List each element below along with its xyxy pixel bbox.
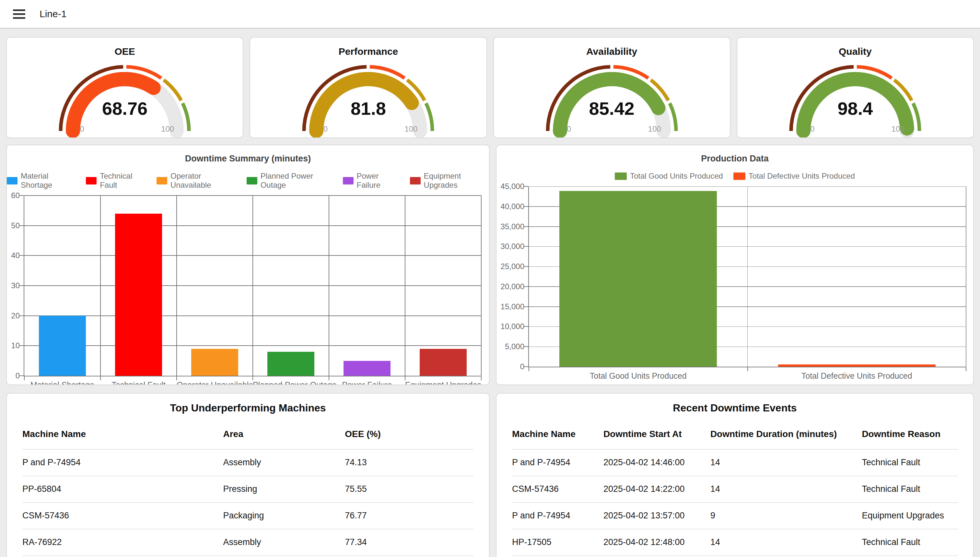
- y-axis-tick: [524, 346, 528, 347]
- y-axis-tick: [20, 195, 24, 196]
- gauge-arc-svg: [297, 60, 439, 133]
- y-axis-tick: [20, 375, 24, 376]
- x-axis-label: Total Good Units Produced: [529, 371, 748, 381]
- legend-item[interactable]: Technical Fault: [86, 171, 146, 190]
- legend-swatch: [615, 173, 627, 180]
- legend-item[interactable]: Total Good Units Produced: [615, 171, 723, 181]
- x-axis-label: Equipment Upgrades: [405, 380, 481, 385]
- grid-line-vertical: [481, 195, 481, 376]
- x-axis-label: Material Shortage: [24, 380, 101, 385]
- table-cell: Assembly: [223, 450, 345, 476]
- table-cell: HP-17505: [512, 529, 603, 556]
- table-cell: Packaging: [223, 503, 345, 529]
- legend-item[interactable]: Power Failure: [343, 171, 400, 190]
- gauge-max-label: 100: [885, 124, 911, 134]
- y-axis-label: 35,000: [501, 222, 524, 231]
- table-cell: 2025-04-02 14:46:00: [603, 450, 710, 476]
- x-axis-tick: [966, 367, 966, 371]
- column-header: Downtime Start At: [603, 418, 710, 450]
- page-title: Line-1: [39, 8, 67, 20]
- downtime-summary-plot-area: 0102030405060Material ShortageTechnical …: [24, 195, 481, 376]
- legend-item[interactable]: Total Defective Units Produced: [733, 171, 855, 181]
- chart-cards-row: Downtime Summary (minutes) Material Shor…: [6, 145, 974, 385]
- table-row: HP-175052025-04-02 12:48:0014Technical F…: [512, 529, 958, 556]
- y-axis-label: 0: [520, 363, 524, 371]
- grid-line-vertical: [252, 195, 253, 376]
- hamburger-menu-icon[interactable]: [13, 10, 25, 19]
- table-row: RA-76922Assembly77.34: [22, 529, 473, 556]
- bar-planned-power-outage[interactable]: [267, 352, 315, 376]
- legend-label: Technical Fault: [100, 171, 146, 190]
- table-cell: CSM-57436: [22, 503, 223, 529]
- y-axis-label: 0: [16, 371, 20, 380]
- bar-power-failure[interactable]: [343, 361, 391, 376]
- x-axis-label: Operator Unavailable: [177, 380, 253, 385]
- table-row: CSM-57436Packaging76.77: [22, 503, 473, 529]
- table-cell: P and P-74954: [512, 450, 603, 476]
- gauge-value: 98.4: [784, 98, 926, 119]
- legend-item[interactable]: Operator Unavailable: [156, 171, 236, 190]
- bar-technical-fault[interactable]: [115, 214, 163, 376]
- y-axis-label: 20,000: [501, 282, 524, 291]
- y-axis-tick: [20, 225, 24, 226]
- plot-wrap: 05,00010,00015,00020,00025,00030,00035,0…: [528, 186, 966, 367]
- bar-total-defective-units-produced[interactable]: [778, 365, 936, 367]
- bar-material-shortage[interactable]: [39, 316, 86, 376]
- y-axis-label: 45,000: [501, 182, 524, 191]
- y-axis-tick: [524, 266, 528, 267]
- downtime-events-table: Machine NameDowntime Start AtDowntime Du…: [512, 418, 958, 556]
- legend-item[interactable]: Equipment Upgrades: [410, 171, 489, 190]
- production-data-plot-area: 05,00010,00015,00020,00025,00030,00035,0…: [528, 186, 966, 367]
- table-cell: 14: [710, 529, 862, 556]
- gauge-min-label: 0: [559, 124, 579, 134]
- bar-equipment-upgrades[interactable]: [420, 349, 467, 376]
- legend-label: Total Good Units Produced: [630, 171, 723, 181]
- y-axis-label: 10,000: [501, 322, 524, 331]
- downtime-summary-chart-card: Downtime Summary (minutes) Material Shor…: [6, 145, 490, 385]
- table-cell: PP-65804: [22, 476, 223, 503]
- bar-total-good-units-produced[interactable]: [559, 191, 717, 367]
- grid-line-vertical: [405, 195, 405, 376]
- bar-operator-unavailable[interactable]: [191, 349, 239, 376]
- underperforming-machines-table: Machine NameAreaOEE (%) P and P-74954Ass…: [22, 418, 473, 556]
- oee-gauge-card: OEE 68.76 0 100: [6, 37, 244, 138]
- production-data-chart-card: Production Data Total Good Units Produce…: [496, 145, 974, 385]
- table-cell: 75.55: [345, 476, 473, 503]
- quality-gauge-card: Quality 98.4 0 100: [736, 37, 974, 138]
- table-cell: 76.77: [345, 503, 473, 529]
- x-axis-label: Power Failure: [329, 380, 405, 385]
- gauge: 98.4 0 100: [784, 60, 926, 133]
- gauge-value: 68.76: [54, 98, 196, 119]
- legend-item[interactable]: Planned Power Outage: [247, 171, 333, 190]
- column-header: Machine Name: [512, 418, 603, 450]
- legend-swatch: [156, 177, 167, 184]
- y-axis-label: 60: [11, 191, 20, 200]
- gauge-title: OEE: [114, 46, 135, 57]
- recent-downtime-events-card: Recent Downtime Events Machine NameDownt…: [496, 393, 974, 557]
- gauge-title: Performance: [339, 46, 398, 57]
- y-axis-tick: [20, 345, 24, 346]
- table-row: PP-65804Pressing75.55: [22, 476, 473, 503]
- table-cell: 2025-04-02 13:57:00: [603, 503, 710, 529]
- legend-swatch: [86, 177, 97, 184]
- y-axis-tick: [524, 326, 528, 327]
- x-axis-tick: [100, 376, 101, 380]
- gauge-arc-svg: [541, 60, 683, 133]
- y-axis-tick: [524, 226, 528, 227]
- top-bar: Line-1: [0, 0, 980, 29]
- legend-item[interactable]: Material Shortage: [7, 171, 75, 190]
- gauge: 81.8 0 100: [297, 60, 439, 133]
- y-axis-tick: [524, 186, 528, 187]
- table-cell: Assembly: [223, 529, 345, 556]
- chart-title: Downtime Summary (minutes): [7, 154, 489, 164]
- y-axis-label: 15,000: [501, 303, 524, 311]
- column-header: OEE (%): [345, 418, 473, 450]
- legend-label: Total Defective Units Produced: [749, 171, 855, 181]
- y-axis-tick: [524, 366, 528, 367]
- table-row: P and P-749542025-04-02 14:46:0014Techni…: [512, 450, 958, 476]
- legend-label: Power Failure: [357, 171, 400, 190]
- y-axis-label: 25,000: [501, 262, 524, 271]
- chart-legend: Material ShortageTechnical FaultOperator…: [7, 171, 489, 190]
- y-axis-tick: [524, 306, 528, 307]
- gauge-value: 81.8: [297, 98, 439, 119]
